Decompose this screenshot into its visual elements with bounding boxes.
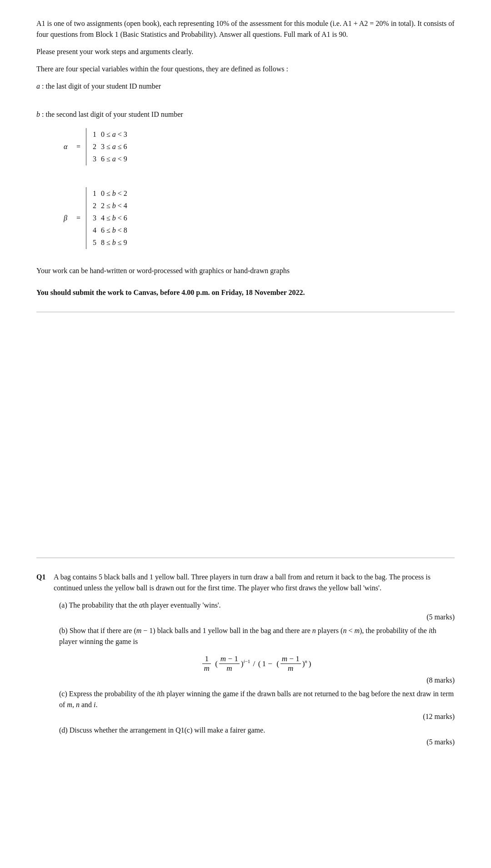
q1-part-a: (a) The probability that the αth player … bbox=[59, 600, 455, 623]
q1-part-d-marks: (5 marks) bbox=[59, 737, 455, 748]
q1-part-d: (d) Discuss whether the arrangement in Q… bbox=[59, 725, 455, 748]
q1-part-b-text: (b) Show that if there are (m − 1) black… bbox=[59, 627, 436, 645]
alpha-definition: α = 1 0 ≤ a < 3 2 3 ≤ a ≤ 6 3 6 ≤ a < 9 bbox=[64, 128, 455, 165]
beta-case-2: 2 2 ≤ b < 4 bbox=[90, 200, 146, 212]
beta-cases: 1 0 ≤ b < 2 2 2 ≤ b < 4 3 4 ≤ b < 6 4 6 … bbox=[86, 187, 146, 249]
beta-case-3: 3 4 ≤ b < 6 bbox=[90, 212, 146, 224]
page-separator-2 bbox=[36, 558, 455, 558]
var-a-text: a : the last digit of your student ID nu… bbox=[36, 82, 161, 90]
formula-inner: 1 m ( m − 1 m )i−1 / ( 1 − ( bbox=[202, 654, 311, 673]
sup-i-minus-1: i−1 bbox=[243, 658, 250, 664]
q1-part-a-text: (a) The probability that the αth player … bbox=[59, 601, 221, 609]
beta-equals: = bbox=[76, 213, 80, 224]
beta-definition: β = 1 0 ≤ b < 2 2 2 ≤ b < 4 3 4 ≤ b < 6 … bbox=[64, 187, 455, 249]
intro-paragraph1: A1 is one of two assignments (open book)… bbox=[36, 18, 455, 40]
submission-text: You should submit the work to Canvas, be… bbox=[36, 287, 455, 298]
submission-bold-text: You should submit the work to Canvas, be… bbox=[36, 289, 305, 296]
q1-label: Q1 bbox=[36, 572, 49, 583]
alpha-case-1: 1 0 ≤ a < 3 bbox=[90, 128, 146, 140]
alpha-case-2: 2 3 ≤ a ≤ 6 bbox=[90, 140, 146, 153]
q1-part-b: (b) Show that if there are (m − 1) black… bbox=[59, 625, 455, 686]
page-separator bbox=[36, 312, 455, 312]
beta-case-4: 4 6 ≤ b < 8 bbox=[90, 224, 146, 236]
frac-1-m: 1 m bbox=[202, 654, 210, 673]
handwritten-note: Your work can be hand-written or word-pr… bbox=[36, 265, 455, 276]
intro-block: A1 is one of two assignments (open book)… bbox=[36, 18, 455, 120]
frac-m-1-over-m-2: m − 1 m bbox=[281, 654, 301, 673]
q1-part-b-marks: (8 marks) bbox=[59, 675, 455, 686]
beta-case-1: 1 0 ≤ b < 2 bbox=[90, 187, 146, 200]
intro-paragraph3: There are four special variables within … bbox=[36, 64, 455, 75]
page-content: A1 is one of two assignments (open book)… bbox=[36, 18, 455, 748]
alpha-case-3: 3 6 ≤ a < 9 bbox=[90, 153, 146, 165]
var-a-line: a : the last digit of your student ID nu… bbox=[36, 81, 455, 92]
intro-paragraph2: Please present your work steps and argum… bbox=[36, 46, 455, 57]
q1-part-c-text: (c) Express the probability of the ith p… bbox=[59, 690, 454, 708]
var-b-text: b : the second last digit of your studen… bbox=[36, 110, 183, 118]
blank-space bbox=[36, 326, 455, 544]
frac-m-1-over-m: m − 1 m bbox=[219, 654, 240, 673]
alpha-equals: = bbox=[76, 141, 80, 152]
sup-n: n bbox=[305, 658, 307, 664]
alpha-symbol: α bbox=[64, 141, 73, 152]
alpha-cases: 1 0 ≤ a < 3 2 3 ≤ a ≤ 6 3 6 ≤ a < 9 bbox=[86, 128, 146, 165]
q1-intro: Q1 A bag contains 5 black balls and 1 ye… bbox=[36, 572, 455, 594]
var-b-line: b : the second last digit of your studen… bbox=[36, 109, 455, 120]
q1-part-a-marks: (5 marks) bbox=[59, 612, 455, 623]
question-1: Q1 A bag contains 5 black balls and 1 ye… bbox=[36, 572, 455, 748]
q1-intro-text: A bag contains 5 black balls and 1 yello… bbox=[54, 572, 455, 594]
q1-part-d-text: (d) Discuss whether the arrangement in Q… bbox=[59, 726, 265, 734]
q1-part-c: (c) Express the probability of the ith p… bbox=[59, 688, 455, 722]
beta-case-5: 5 8 ≤ b ≤ 9 bbox=[90, 236, 146, 249]
beta-symbol: β bbox=[64, 213, 73, 224]
q1-formula: 1 m ( m − 1 m )i−1 / ( 1 − ( bbox=[59, 653, 455, 673]
q1-part-c-marks: (12 marks) bbox=[59, 711, 455, 722]
